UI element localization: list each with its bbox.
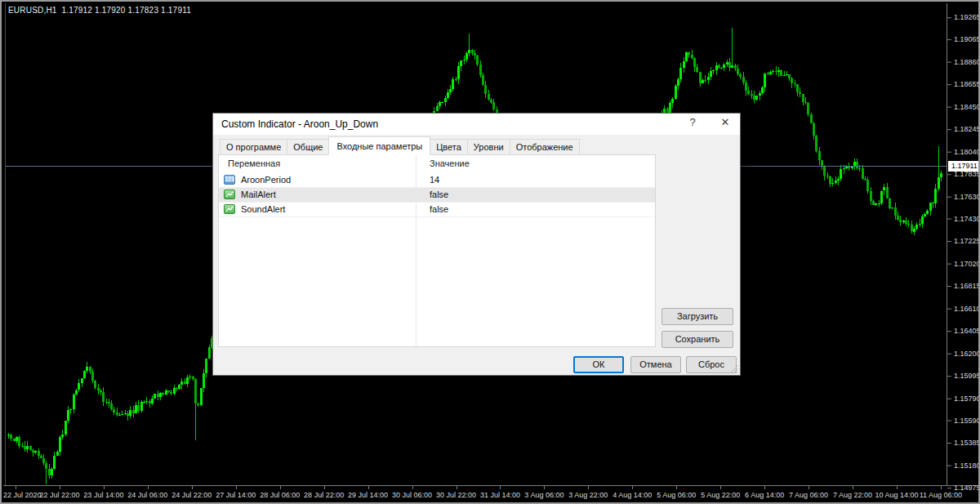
save-button[interactable]: Сохранить	[662, 331, 733, 348]
time-axis-label: 3 Aug 06:00	[524, 491, 564, 499]
chart-symbol-ohlc: EURUSD,H1 1.17912 1.17920 1.17823 1.1791…	[8, 6, 191, 15]
time-axis-label: 27 Jul 14:00	[216, 491, 256, 499]
close-icon[interactable]: ✕	[715, 116, 736, 132]
price-axis-label: 1.19265	[954, 13, 980, 21]
time-axis-label: 30 Jul 22:00	[436, 491, 476, 499]
price-axis-label: 1.15385	[954, 439, 980, 447]
param-row-MailAlert[interactable]: MailAlertfalse	[219, 188, 655, 203]
time-axis-label: 29 Jul 14:00	[348, 491, 388, 499]
price-axis-label: 1.17630	[954, 193, 980, 201]
param-value[interactable]: false	[430, 190, 448, 199]
time-axis-label: 6 Aug 14:00	[745, 491, 784, 499]
help-button[interactable]: ?	[682, 116, 703, 132]
parameters-rows: 123AroonPeriod14MailAlertfalseSoundAlert…	[219, 173, 655, 217]
time-axis-label: 22 Jul 22:00	[39, 491, 79, 499]
price-axis-label: 1.15180	[954, 462, 980, 470]
tab-2[interactable]: Общие	[287, 139, 329, 155]
time-axis-label: 31 Jul 14:00	[480, 491, 520, 499]
time-axis-label: 10 Aug 14:00	[875, 491, 918, 499]
price-axis-label: 1.17835	[954, 170, 980, 178]
time-axis-label: 7 Aug 06:00	[789, 491, 828, 499]
price-axis-label: 1.15790	[954, 395, 980, 403]
price-axis-label: 1.18860	[954, 58, 980, 66]
param-name: SoundAlert	[241, 204, 285, 214]
time-axis-label: 22 Jul 2020	[3, 491, 42, 499]
price-axis-label: 1.17225	[954, 237, 980, 245]
time-axis-label: 5 Aug 06:00	[657, 491, 696, 499]
dialog-tabs: О программеОбщиеВходные параметрыЦветаУр…	[220, 136, 579, 155]
price-axis-label: 1.17430	[954, 215, 980, 223]
time-axis-label: 11 Aug 06:00	[920, 491, 962, 499]
time-axis-label: 5 Aug 22:00	[701, 491, 740, 499]
bool-param-icon	[224, 204, 235, 214]
dialog-titlebar[interactable]: Custom Indicator - Aroon_Up_Down ? ✕	[213, 114, 740, 135]
param-row-SoundAlert[interactable]: SoundAlertfalse	[219, 203, 655, 217]
time-axis-label: 24 Jul 22:00	[172, 491, 212, 499]
price-axis-label: 1.18040	[954, 148, 980, 156]
price-axis-label: 1.16610	[954, 305, 980, 313]
param-row-AroonPeriod[interactable]: 123AroonPeriod14	[219, 173, 655, 188]
price-axis-label: 1.16200	[954, 350, 980, 358]
param-name: AroonPeriod	[241, 175, 291, 185]
time-axis-label: 3 Aug 22:00	[568, 491, 608, 499]
time-axis-label: 24 Jul 06:00	[127, 491, 167, 499]
price-axis-label: 1.19065	[954, 35, 980, 43]
load-button[interactable]: Загрузить	[662, 308, 733, 325]
dialog-title: Custom Indicator - Aroon_Up_Down	[221, 118, 378, 130]
time-axis-label: 4 Aug 14:00	[612, 491, 652, 499]
tab-4[interactable]: Цвета	[430, 139, 468, 155]
price-axis-label: 1.16815	[954, 282, 980, 290]
cancel-button[interactable]: Отмена	[630, 356, 681, 373]
price-axis-label: 1.17020	[954, 260, 980, 268]
time-axis-label: 7 Aug 22:00	[833, 491, 872, 499]
param-name: MailAlert	[241, 190, 276, 199]
tab-5[interactable]: Уровни	[467, 139, 510, 155]
price-axis-label: 1.16405	[954, 327, 980, 335]
price-axis-label: 1.15590	[954, 417, 980, 425]
ok-button[interactable]: ОК	[573, 356, 624, 373]
price-axis-label: 1.18655	[954, 80, 980, 88]
param-value[interactable]: false	[430, 204, 448, 214]
indicator-dialog: Custom Indicator - Aroon_Up_Down ? ✕ О п…	[212, 113, 741, 376]
price-axis-label: 1.15995	[954, 372, 980, 380]
column-header-variable: Переменная	[228, 158, 280, 168]
param-value[interactable]: 14	[430, 175, 439, 185]
time-axis-label: 30 Jul 06:00	[392, 491, 432, 499]
resize-grip[interactable]	[730, 365, 738, 373]
parameters-table: Переменная Значение 123AroonPeriod14Mail…	[218, 154, 656, 347]
numeric-param-icon: 123	[224, 175, 235, 185]
price-axis-label: 1.18450	[954, 103, 980, 111]
mt4-chart-window: EURUSD,H1 1.17912 1.17920 1.17823 1.1791…	[0, 0, 980, 504]
tab-1[interactable]: О программе	[220, 139, 287, 155]
reset-button[interactable]: Сброс	[686, 356, 737, 373]
column-header-value: Значение	[430, 158, 470, 168]
time-axis-label: 28 Jul 22:00	[304, 491, 344, 499]
tab-6[interactable]: Отображение	[510, 139, 580, 155]
time-axis-label: 23 Jul 14:00	[83, 491, 123, 499]
bool-param-icon	[224, 190, 235, 199]
current-price-tag: 1.17911	[948, 161, 980, 172]
time-axis-label: 28 Jul 06:00	[260, 491, 300, 499]
tab-3[interactable]: Входные параметры	[328, 136, 430, 155]
price-axis-label: 1.18245	[954, 125, 980, 133]
